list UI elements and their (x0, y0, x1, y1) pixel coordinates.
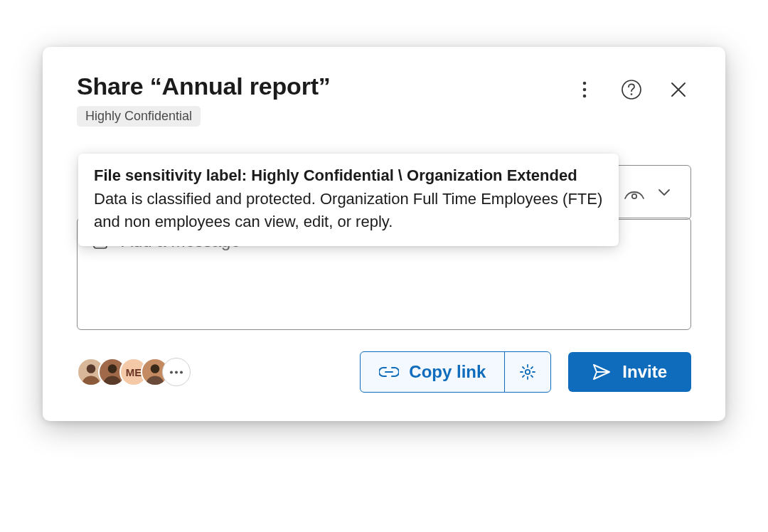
sensitivity-tooltip: File sensitivity label: Highly Confident… (78, 154, 619, 246)
ellipsis-horizontal-icon (169, 371, 183, 374)
sensitivity-badge[interactable]: Highly Confidential (77, 106, 201, 127)
svg-point-12 (180, 371, 183, 373)
share-dialog: Share “Annual report” Highly Confidentia… (43, 47, 725, 421)
svg-point-13 (526, 370, 530, 374)
copy-link-button-group: Copy link (360, 351, 551, 393)
gear-icon (519, 363, 536, 381)
dialog-footer: ME Copy link Invite (77, 351, 691, 393)
help-button[interactable] (619, 77, 644, 102)
eye-icon (624, 186, 645, 200)
header-actions (572, 73, 691, 102)
svg-point-4 (631, 93, 633, 95)
svg-point-10 (170, 371, 173, 373)
link-icon (379, 366, 399, 378)
svg-point-2 (583, 95, 587, 98)
avatar-stack[interactable]: ME (77, 358, 191, 386)
svg-point-0 (583, 82, 587, 85)
copy-link-button[interactable]: Copy link (361, 352, 504, 392)
svg-point-8 (108, 364, 117, 373)
close-icon (671, 82, 686, 97)
svg-point-5 (631, 193, 636, 198)
ellipsis-vertical-icon (582, 81, 587, 98)
svg-point-9 (151, 364, 160, 373)
svg-point-1 (583, 88, 587, 92)
svg-point-11 (175, 371, 178, 373)
copy-link-label: Copy link (409, 362, 486, 382)
avatar-more-button[interactable] (162, 358, 191, 386)
dialog-title: Share “Annual report” (77, 73, 331, 100)
dialog-header: Share “Annual report” Highly Confidentia… (77, 73, 691, 127)
tooltip-title: File sensitivity label: Highly Confident… (94, 166, 603, 185)
question-circle-icon (621, 79, 642, 100)
chevron-down-icon (658, 188, 671, 196)
link-settings-button[interactable] (504, 352, 550, 392)
tooltip-body: Data is classified and protected. Organi… (94, 188, 603, 233)
more-options-button[interactable] (572, 77, 597, 102)
close-button[interactable] (666, 77, 691, 102)
svg-point-7 (87, 364, 96, 373)
send-icon (592, 363, 611, 381)
header-left: Share “Annual report” Highly Confidentia… (77, 73, 331, 127)
invite-label: Invite (622, 362, 667, 382)
invite-button[interactable]: Invite (568, 352, 691, 392)
